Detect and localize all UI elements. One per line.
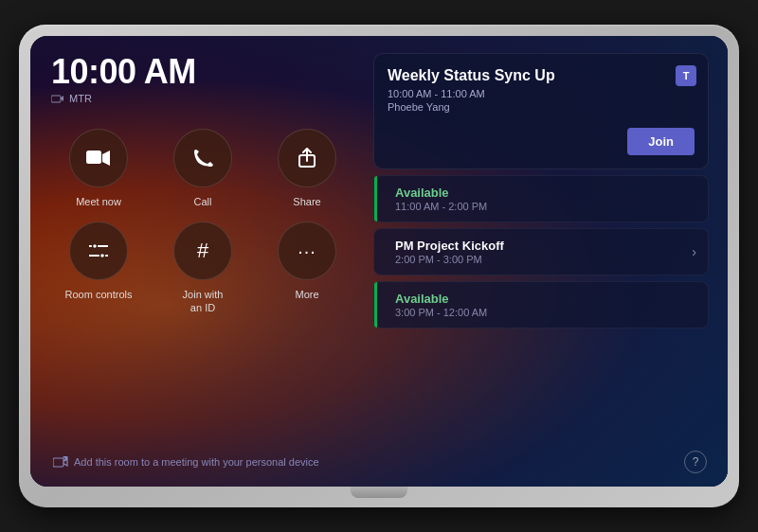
- share-icon: [297, 148, 317, 168]
- slot-content-2: PM Project Kickoff 2:00 PM - 3:00 PM: [395, 239, 692, 265]
- current-meeting-card: T Weekly Status Sync Up 10:00 AM - 11:00…: [373, 53, 709, 169]
- join-button[interactable]: Join: [627, 128, 695, 155]
- help-button[interactable]: ?: [684, 451, 707, 473]
- call-button[interactable]: Call: [155, 129, 250, 208]
- top-section: 10:00 AM MTR: [51, 53, 709, 443]
- meeting-title: Weekly Status Sync Up: [388, 67, 695, 84]
- call-icon-circle: [173, 129, 232, 187]
- meeting-bar-1: [374, 229, 377, 275]
- add-room-text: Add this room to a meeting with your per…: [74, 456, 319, 468]
- share-label: Share: [293, 195, 320, 208]
- slot-available-2: Available 3:00 PM - 12:00 AM: [373, 281, 709, 328]
- room-controls-button[interactable]: Room controls: [51, 222, 146, 315]
- teams-icon: T: [676, 65, 696, 86]
- more-label: More: [295, 288, 318, 301]
- mtr-icon: [51, 94, 64, 103]
- bottom-bar: + Add this room to a meeting with your p…: [51, 451, 709, 473]
- join-id-icon-circle: #: [173, 222, 232, 280]
- screen-content: 10:00 AM MTR: [30, 36, 728, 487]
- action-buttons-grid: Meet now Call: [51, 129, 354, 315]
- device-frame: 10:00 AM MTR: [19, 25, 739, 507]
- svg-rect-1: [86, 151, 101, 164]
- room-controls-icon-circle: [69, 222, 128, 280]
- more-button[interactable]: ··· More: [260, 222, 354, 315]
- time-display: 10:00 AM MTR: [51, 53, 354, 104]
- device-stand: [351, 487, 407, 498]
- call-label: Call: [194, 195, 212, 208]
- video-icon: [86, 149, 111, 168]
- left-panel: 10:00 AM MTR: [51, 53, 354, 443]
- add-room-icon: +: [53, 456, 68, 469]
- svg-rect-0: [51, 96, 61, 102]
- phone-icon: [192, 148, 213, 168]
- share-icon-circle: [278, 129, 336, 187]
- slot-meeting-1[interactable]: PM Project Kickoff 2:00 PM - 3:00 PM ›: [373, 228, 709, 275]
- meet-now-label: Meet now: [76, 195, 121, 208]
- slot-available-1: Available 11:00 AM - 2:00 PM: [373, 175, 709, 222]
- available-bar-2: [374, 282, 377, 328]
- available-bar-1: [374, 176, 377, 222]
- meeting-time: 10:00 AM - 11:00 AM: [388, 88, 695, 99]
- svg-point-6: [100, 253, 105, 257]
- more-icon-circle: ···: [278, 222, 336, 280]
- sliders-icon: [88, 243, 109, 258]
- mtr-text: MTR: [69, 93, 92, 104]
- slot-content-1: Available 11:00 AM - 2:00 PM: [395, 186, 696, 212]
- screen: 10:00 AM MTR: [30, 36, 728, 487]
- ellipsis-icon: ···: [298, 241, 316, 260]
- add-room-section: + Add this room to a meeting with your p…: [53, 456, 319, 469]
- clock: 10:00 AM: [51, 53, 354, 91]
- hash-icon: #: [197, 239, 208, 263]
- slot-title-2: PM Project Kickoff: [395, 239, 692, 253]
- meet-now-icon-circle: [69, 129, 128, 187]
- slot-time-3: 3:00 PM - 12:00 AM: [395, 307, 696, 318]
- meet-now-button[interactable]: Meet now: [51, 129, 146, 208]
- slot-time-2: 2:00 PM - 3:00 PM: [395, 254, 692, 265]
- slot-content-3: Available 3:00 PM - 12:00 AM: [395, 292, 696, 318]
- room-controls-label: Room controls: [65, 288, 133, 301]
- join-id-label: Join withan ID: [183, 288, 224, 315]
- svg-point-4: [93, 243, 98, 248]
- slot-title-3: Available: [395, 292, 696, 306]
- svg-rect-7: [53, 458, 63, 467]
- join-id-button[interactable]: # Join withan ID: [155, 222, 250, 315]
- share-button[interactable]: Share: [260, 129, 354, 208]
- mtr-label: MTR: [51, 93, 354, 104]
- chevron-right-icon: ›: [692, 244, 696, 259]
- slot-title-1: Available: [395, 186, 696, 200]
- meeting-organizer: Phoebe Yang: [388, 101, 695, 113]
- slot-time-1: 11:00 AM - 2:00 PM: [395, 201, 696, 212]
- right-panel: T Weekly Status Sync Up 10:00 AM - 11:00…: [373, 53, 709, 443]
